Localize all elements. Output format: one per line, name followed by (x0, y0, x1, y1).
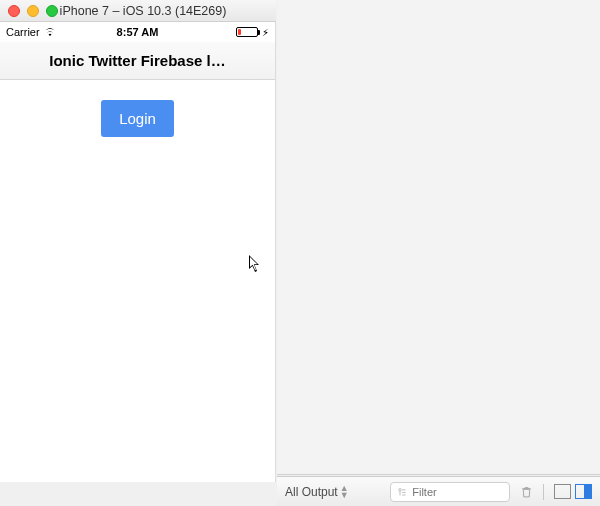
clock-label: 8:57 AM (94, 26, 182, 38)
carrier-label: Carrier (6, 26, 40, 38)
minimize-window-button[interactable] (27, 5, 39, 17)
output-scope-selector[interactable]: All Output ▲▼ (285, 485, 349, 499)
toolbar-divider (543, 484, 544, 500)
window-titlebar: iPhone 7 – iOS 10.3 (14E269) (0, 0, 276, 22)
ios-status-bar: Carrier 8:57 AM ⚡︎ (0, 22, 275, 42)
xcode-console-toolbar: All Output ▲▼ (277, 476, 600, 506)
zoom-window-button[interactable] (46, 5, 58, 17)
output-scope-label: All Output (285, 485, 338, 499)
app-title: Ionic Twitter Firebase l… (49, 52, 225, 69)
app-content: Login (0, 80, 275, 482)
chevron-updown-icon: ▲▼ (340, 485, 349, 499)
close-window-button[interactable] (8, 5, 20, 17)
xcode-console-output (277, 0, 600, 475)
login-button[interactable]: Login (101, 100, 174, 137)
svg-point-0 (399, 488, 402, 491)
console-filter-field[interactable] (390, 482, 510, 502)
trash-icon[interactable] (520, 485, 533, 499)
window-title: iPhone 7 – iOS 10.3 (14E269) (58, 4, 276, 18)
traffic-lights (0, 5, 58, 17)
app-navbar: Ionic Twitter Firebase l… (0, 42, 275, 80)
left-pane-toggle-icon[interactable] (554, 484, 571, 499)
battery-icon (236, 27, 258, 37)
wifi-icon (44, 26, 56, 38)
filter-icon (397, 486, 407, 498)
split-pane-toggles (554, 484, 592, 499)
bolt-icon: ⚡︎ (262, 27, 269, 38)
simulator-viewport: Carrier 8:57 AM ⚡︎ Ionic Twitter Firebas… (0, 22, 276, 482)
right-pane-toggle-icon[interactable] (575, 484, 592, 499)
console-filter-input[interactable] (412, 486, 503, 498)
